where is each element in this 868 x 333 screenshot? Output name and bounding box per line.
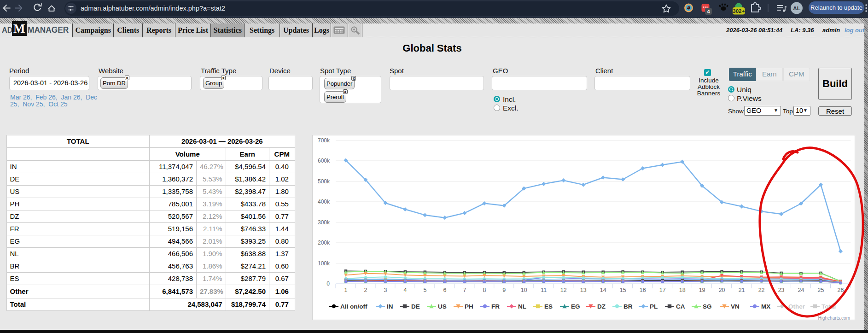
- svg-text:AL: AL: [793, 6, 800, 11]
- svg-text:12: 12: [560, 287, 567, 293]
- svg-text:13: 13: [580, 287, 587, 293]
- svg-text:ES: ES: [544, 303, 553, 310]
- svg-text:15: 15: [620, 287, 626, 293]
- svg-text:4: 4: [403, 287, 407, 293]
- svg-text:DZ: DZ: [597, 303, 606, 310]
- svg-text:3: 3: [384, 287, 387, 293]
- svg-text:4: 4: [707, 9, 710, 14]
- svg-text:7: 7: [463, 287, 466, 293]
- svg-text:0: 0: [326, 280, 330, 287]
- svg-text:10: 10: [521, 287, 527, 293]
- svg-text:18: 18: [679, 287, 686, 293]
- svg-text:PH: PH: [465, 303, 473, 310]
- svg-text:US: US: [438, 303, 447, 310]
- svg-text:302+: 302+: [733, 8, 745, 14]
- svg-text:700k: 700k: [318, 137, 330, 143]
- svg-text:400k: 400k: [318, 199, 330, 205]
- svg-text:8: 8: [483, 287, 486, 293]
- svg-text:1: 1: [344, 287, 348, 293]
- svg-text:BR: BR: [623, 303, 633, 310]
- svg-text:PL: PL: [650, 303, 658, 310]
- svg-text:IN: IN: [387, 303, 393, 310]
- svg-text:9: 9: [502, 287, 506, 293]
- svg-text:14: 14: [600, 287, 606, 293]
- svg-text:CA: CA: [676, 303, 685, 310]
- svg-text:NL: NL: [518, 303, 526, 310]
- svg-text:6: 6: [443, 287, 446, 293]
- svg-text:11: 11: [541, 287, 547, 293]
- svg-text:16: 16: [640, 287, 646, 293]
- svg-text:600k: 600k: [318, 158, 330, 164]
- svg-text:EG: EG: [571, 303, 580, 310]
- svg-text:300k: 300k: [318, 219, 330, 225]
- svg-text:500k: 500k: [318, 178, 330, 184]
- svg-text:2: 2: [364, 287, 367, 293]
- svg-text:DE: DE: [411, 303, 420, 310]
- svg-text:17: 17: [659, 287, 666, 293]
- svg-text:All on/off: All on/off: [340, 303, 367, 310]
- svg-text:20: 20: [719, 287, 725, 293]
- svg-text:FR: FR: [491, 303, 500, 310]
- svg-text:19: 19: [699, 287, 705, 293]
- svg-text:200k: 200k: [318, 240, 330, 246]
- svg-text:100k: 100k: [318, 260, 330, 266]
- svg-text:SG: SG: [703, 303, 712, 310]
- svg-text:5: 5: [423, 287, 426, 293]
